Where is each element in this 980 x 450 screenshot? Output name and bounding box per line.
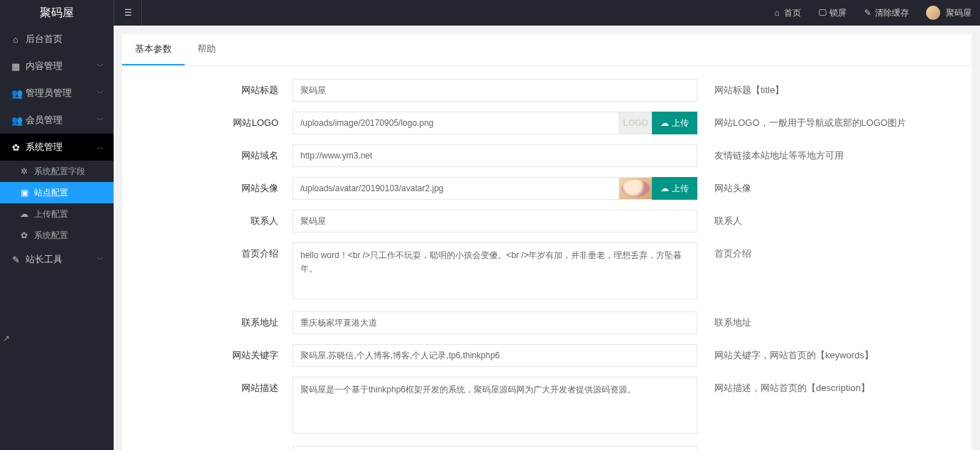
nav-user[interactable]: 聚码屋	[918, 0, 980, 26]
user-avatar	[926, 6, 940, 20]
cloud-upload-icon: ☁	[660, 118, 669, 128]
cloud-icon: ☁	[20, 209, 28, 219]
grid-icon: ▦	[11, 61, 20, 72]
row-title: 网站标题 网站标题【title】	[165, 79, 929, 102]
label-domain: 网站域名	[165, 144, 293, 167]
upload-label: 上传	[672, 117, 689, 129]
logo-preview: LOGO	[619, 112, 652, 134]
help-intro: 首页介绍	[697, 242, 929, 265]
topbar: 聚码屋 ☰ ⌂首页 🖵锁屏 ✎清除缓存 聚码屋	[0, 0, 980, 26]
label-avatar: 网站头像	[165, 177, 293, 200]
nav-clear-cache[interactable]: ✎清除缓存	[855, 0, 918, 26]
link-icon: ✲	[20, 166, 28, 176]
chevron-down-icon: ﹀	[97, 115, 104, 125]
help-desc: 网站描述，网站首页的【description】	[697, 377, 929, 400]
row-contact: 联系人 联系人	[165, 210, 929, 232]
sidebar-label: 后台首页	[26, 33, 62, 45]
row-desc: 网站描述 聚码屋是一个基于thinkphp6框架开发的系统，聚码屋源码网为广大开…	[165, 377, 929, 436]
nav-lock[interactable]: 🖵锁屏	[810, 0, 855, 26]
gear-icon: ✿	[20, 230, 28, 240]
menu-icon: ☰	[124, 8, 132, 18]
sidebar-item-system[interactable]: ✿系统管理﹀	[0, 134, 114, 161]
upload-label: 上传	[672, 183, 689, 195]
input-contact[interactable]	[293, 210, 697, 232]
sidebar-submenu-system: ✲系统配置字段 ▣站点配置 ☁上传配置 ✿系统配置	[0, 161, 114, 246]
sidebar-item-content[interactable]: ▦内容管理﹀	[0, 53, 114, 80]
form-card: 基本参数 帮助 网站标题 网站标题【title】 网站LOGO LOGO ☁上传…	[122, 34, 971, 450]
chevron-down-icon: ﹀	[97, 142, 104, 152]
sidebar: ⌂后台首页 ▦内容管理﹀ 👥管理员管理﹀ 👥会员管理﹀ ✿系统管理﹀ ✲系统配置…	[0, 26, 114, 450]
sidebar-item-dashboard[interactable]: ⌂后台首页	[0, 26, 114, 53]
textarea-intro[interactable]: hello word！<br />只工作不玩耍，聪明的小孩会变傻。<br />年…	[293, 242, 697, 299]
avatar-preview	[619, 177, 652, 200]
nav-user-label: 聚码屋	[946, 0, 971, 26]
help-address: 联系地址	[697, 311, 929, 334]
chevron-down-icon: ﹀	[97, 61, 104, 71]
sidebar-item-tools[interactable]: ✎站长工具﹀	[0, 246, 114, 273]
sub-item-upload-config[interactable]: ☁上传配置	[0, 203, 114, 225]
chevron-down-icon: ﹀	[97, 88, 104, 98]
row-keywords: 网站关键字 网站关键字，网站首页的【keywords】	[165, 344, 929, 367]
monitor-icon: 🖵	[818, 0, 827, 26]
input-address[interactable]	[293, 311, 697, 334]
tabs: 基本参数 帮助	[122, 34, 971, 66]
tab-basic[interactable]: 基本参数	[122, 34, 185, 65]
upload-logo-button[interactable]: ☁上传	[652, 112, 697, 134]
nav-home[interactable]: ⌂首页	[764, 0, 810, 26]
chevron-down-icon: ﹀	[97, 255, 104, 264]
row-domain: 网站域名 友情链接本站地址等等地方可用	[165, 144, 929, 167]
upload-avatar-button[interactable]: ☁上传	[652, 177, 697, 200]
sub-label: 站点配置	[34, 187, 68, 199]
nav-home-label: 首页	[784, 0, 801, 26]
input-avatar[interactable]	[293, 177, 619, 200]
main-content: 基本参数 帮助 网站标题 网站标题【title】 网站LOGO LOGO ☁上传…	[114, 26, 980, 450]
sub-label: 系统配置字段	[34, 166, 85, 178]
users-icon: 👥	[11, 115, 20, 126]
wrench-icon: ✎	[11, 255, 20, 265]
help-avatar: 网站头像	[697, 177, 929, 200]
monitor-icon: ▣	[20, 188, 28, 198]
sidebar-label: 系统管理	[26, 141, 62, 154]
nav-clear-label: 清除缓存	[875, 0, 909, 26]
settings-form: 网站标题 网站标题【title】 网站LOGO LOGO ☁上传 网站LOGO，…	[122, 66, 971, 450]
sidebar-item-member[interactable]: 👥会员管理﹀	[0, 107, 114, 134]
input-logo[interactable]	[293, 112, 619, 134]
input-beian[interactable]	[293, 446, 697, 450]
trash-icon: ✎	[864, 0, 872, 26]
help-title: 网站标题【title】	[697, 79, 929, 102]
sidebar-label: 管理员管理	[26, 87, 72, 100]
sub-item-config-field[interactable]: ✲系统配置字段	[0, 161, 114, 182]
sub-label: 系统配置	[34, 230, 68, 242]
label-keywords: 网站关键字	[165, 344, 293, 367]
cloud-upload-icon: ☁	[660, 183, 669, 193]
sidebar-toggle[interactable]: ☰	[114, 0, 142, 26]
gear-icon: ✿	[11, 142, 20, 153]
tab-help[interactable]: 帮助	[185, 34, 229, 65]
sub-item-site-config[interactable]: ▣站点配置	[0, 182, 114, 203]
help-contact: 联系人	[697, 210, 929, 232]
input-domain[interactable]	[293, 144, 697, 167]
help-keywords: 网站关键字，网站首页的【keywords】	[697, 344, 929, 367]
scroll-indicator: ↗	[3, 333, 10, 343]
label-desc: 网站描述	[165, 377, 293, 400]
row-address: 联系地址 联系地址	[165, 311, 929, 334]
label-title: 网站标题	[165, 79, 293, 102]
help-domain: 友情链接本站地址等等地方可用	[697, 144, 929, 167]
row-intro: 首页介绍 hello word！<br />只工作不玩耍，聪明的小孩会变傻。<b…	[165, 242, 929, 301]
row-avatar: 网站头像 ☁上传 网站头像	[165, 177, 929, 200]
sub-label: 上传配置	[34, 208, 68, 220]
label-contact: 联系人	[165, 210, 293, 232]
help-beian: 网站备案号	[697, 446, 929, 450]
input-title[interactable]	[293, 79, 697, 102]
users-icon: 👥	[11, 88, 20, 99]
label-address: 联系地址	[165, 311, 293, 334]
row-logo: 网站LOGO LOGO ☁上传 网站LOGO，一般用于导航或底部的LOGO图片	[165, 112, 929, 134]
sidebar-label: 会员管理	[26, 114, 62, 127]
sidebar-item-admin[interactable]: 👥管理员管理﹀	[0, 80, 114, 107]
textarea-desc[interactable]: 聚码屋是一个基于thinkphp6框架开发的系统，聚码屋源码网为广大开发者提供源…	[293, 377, 697, 434]
label-logo: 网站LOGO	[165, 112, 293, 134]
input-keywords[interactable]	[293, 344, 697, 367]
label-intro: 首页介绍	[165, 242, 293, 265]
row-beian: 网站备案号 网站备案号	[165, 446, 929, 450]
sub-item-system-config[interactable]: ✿系统配置	[0, 225, 114, 246]
